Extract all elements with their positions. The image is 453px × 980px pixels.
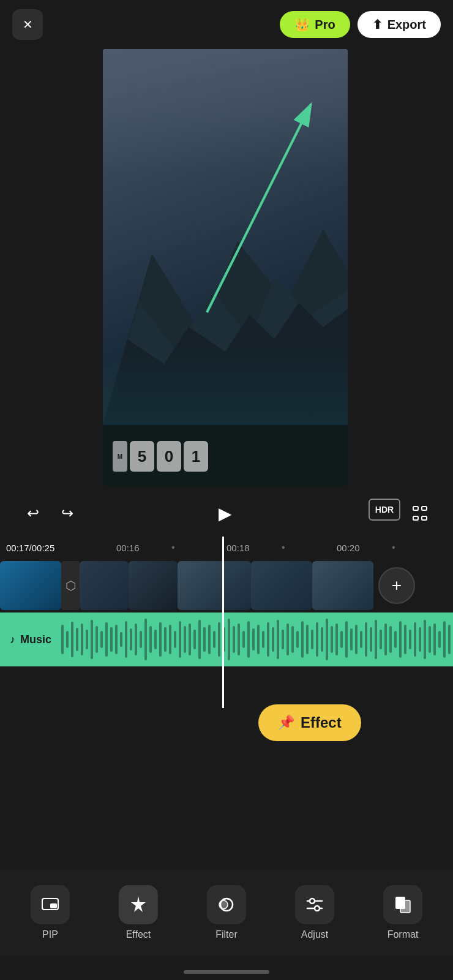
clip-transition-1[interactable]: ⬡ xyxy=(61,561,80,610)
svg-rect-83 xyxy=(424,620,426,659)
svg-rect-68 xyxy=(350,628,353,650)
filter-tool[interactable]: Filter xyxy=(190,885,263,940)
svg-rect-85 xyxy=(433,624,436,655)
svg-rect-25 xyxy=(140,631,142,648)
svg-rect-81 xyxy=(414,622,416,657)
music-track-label: Music xyxy=(20,633,51,646)
pip-tool[interactable]: PIP xyxy=(13,885,87,940)
video-track: ⬡ + xyxy=(0,559,453,612)
dark-area xyxy=(0,666,453,899)
close-button[interactable]: ✕ xyxy=(12,9,43,40)
svg-rect-23 xyxy=(130,628,132,650)
counter-digit-3: 1 xyxy=(184,441,208,472)
redo-button[interactable]: ↪ xyxy=(53,499,82,528)
svg-rect-13 xyxy=(81,624,83,655)
counter-digit-1: 5 xyxy=(130,441,154,472)
hdr-button[interactable]: HDR xyxy=(369,499,400,521)
svg-rect-29 xyxy=(159,622,162,657)
svg-rect-33 xyxy=(179,621,181,658)
effect-badge-label: Effect xyxy=(301,714,342,731)
svg-rect-71 xyxy=(365,622,367,657)
current-time-value: 00:17 xyxy=(6,543,29,553)
svg-rect-45 xyxy=(238,624,240,655)
effect-icon xyxy=(119,885,158,924)
bottom-toolbar: PIP Effect Filter Adjust xyxy=(0,870,453,956)
svg-rect-22 xyxy=(125,621,127,658)
svg-rect-56 xyxy=(291,626,294,653)
svg-rect-14 xyxy=(86,630,88,649)
video-preview: M 5 0 1 xyxy=(103,49,348,486)
ruler-dot-3: • xyxy=(392,542,395,553)
effect-tool[interactable]: Effect xyxy=(102,885,175,940)
svg-rect-64 xyxy=(331,626,333,653)
music-track[interactable]: ♪ Music xyxy=(0,612,453,666)
svg-rect-46 xyxy=(242,631,245,648)
waveform-svg xyxy=(0,612,453,666)
svg-rect-32 xyxy=(174,631,176,648)
svg-rect-69 xyxy=(355,625,358,654)
video-counter: M 5 0 1 xyxy=(113,441,208,472)
svg-rect-52 xyxy=(272,627,274,652)
svg-rect-34 xyxy=(184,626,186,653)
clip-3[interactable] xyxy=(129,561,178,610)
svg-rect-12 xyxy=(76,628,78,651)
svg-rect-37 xyxy=(198,620,201,659)
svg-rect-38 xyxy=(203,627,206,652)
svg-rect-60 xyxy=(311,630,313,649)
svg-rect-54 xyxy=(282,630,284,649)
effect-badge[interactable]: 📌 Effect xyxy=(258,704,361,741)
svg-rect-20 xyxy=(115,625,118,654)
transition-icon: ⬡ xyxy=(66,578,76,593)
view-controls-group: HDR xyxy=(369,499,435,528)
svg-rect-70 xyxy=(360,631,362,648)
svg-rect-80 xyxy=(409,630,411,649)
undo-button[interactable]: ↩ xyxy=(18,499,48,528)
export-button[interactable]: ⬆ Export xyxy=(358,11,441,38)
svg-rect-79 xyxy=(404,625,406,654)
svg-rect-87 xyxy=(443,621,446,658)
total-time-value: 00:25 xyxy=(32,543,55,553)
svg-rect-43 xyxy=(228,619,230,660)
svg-rect-86 xyxy=(438,631,441,648)
clip-1[interactable] xyxy=(0,561,61,610)
svg-rect-30 xyxy=(164,627,167,652)
pro-button[interactable]: 👑 Pro xyxy=(280,11,350,38)
svg-rect-67 xyxy=(345,621,348,658)
counter-digit-2: 0 xyxy=(157,441,181,472)
ruler-marker-3: 00:20 xyxy=(337,543,360,553)
fullscreen-button[interactable] xyxy=(405,499,435,528)
svg-rect-7 xyxy=(413,516,418,520)
format-icon xyxy=(383,885,422,924)
svg-rect-72 xyxy=(370,627,372,652)
add-clip-button[interactable]: + xyxy=(378,567,415,604)
clip-2[interactable] xyxy=(80,561,129,610)
ruler-marker-2: 00:18 xyxy=(226,543,250,553)
pip-icon xyxy=(31,885,70,924)
music-icon: ♪ xyxy=(10,633,15,646)
play-button[interactable]: ▶ xyxy=(208,496,242,530)
svg-rect-40 xyxy=(213,631,215,648)
crown-icon: 👑 xyxy=(294,17,310,32)
current-time: 00:17/00:25 xyxy=(6,543,54,553)
clip-5[interactable] xyxy=(251,561,312,610)
svg-rect-88 xyxy=(448,625,451,654)
svg-rect-76 xyxy=(389,626,392,653)
svg-rect-5 xyxy=(413,507,418,510)
format-tool[interactable]: Format xyxy=(366,885,440,940)
adjust-label: Adjust xyxy=(301,929,328,940)
svg-rect-9 xyxy=(61,625,64,654)
adjust-tool[interactable]: Adjust xyxy=(278,885,351,940)
cloud-overlay xyxy=(103,49,348,172)
svg-point-94 xyxy=(310,899,315,903)
svg-rect-75 xyxy=(384,624,387,655)
svg-rect-61 xyxy=(316,622,318,657)
svg-rect-49 xyxy=(257,625,260,654)
music-label: ♪ Music xyxy=(10,633,51,646)
ruler-dot-1: • xyxy=(171,542,175,553)
svg-rect-78 xyxy=(399,621,402,658)
clip-4[interactable] xyxy=(178,561,251,610)
clip-6[interactable] xyxy=(312,561,373,610)
svg-rect-66 xyxy=(340,631,343,648)
svg-rect-27 xyxy=(149,626,152,653)
svg-rect-35 xyxy=(189,624,191,655)
